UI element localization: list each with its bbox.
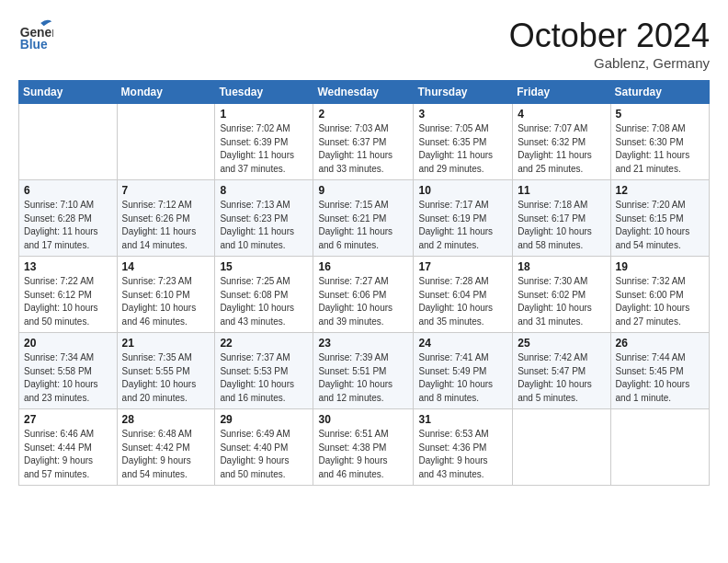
day-number: 22	[220, 337, 308, 350]
calendar-cell-w2-d2: 7Sunrise: 7:12 AM Sunset: 6:26 PM Daylig…	[117, 180, 215, 257]
col-friday: Friday	[513, 81, 610, 104]
calendar-cell-w5-d6	[513, 409, 610, 486]
day-number: 20	[24, 337, 112, 350]
day-content: Sunrise: 7:22 AM Sunset: 6:12 PM Dayligh…	[24, 275, 112, 328]
day-content: Sunrise: 7:28 AM Sunset: 6:04 PM Dayligh…	[418, 275, 507, 328]
logo: General Blue	[18, 17, 57, 52]
calendar-cell-w4-d7: 26Sunrise: 7:44 AM Sunset: 5:45 PM Dayli…	[610, 333, 709, 409]
day-number: 5	[616, 108, 704, 121]
calendar-cell-w1-d7: 5Sunrise: 7:08 AM Sunset: 6:30 PM Daylig…	[610, 104, 709, 180]
day-content: Sunrise: 6:48 AM Sunset: 4:42 PM Dayligh…	[122, 428, 210, 481]
day-number: 25	[518, 337, 605, 350]
calendar-cell-w4-d4: 23Sunrise: 7:39 AM Sunset: 5:51 PM Dayli…	[313, 333, 414, 409]
calendar-cell-w5-d3: 29Sunrise: 6:49 AM Sunset: 4:40 PM Dayli…	[215, 409, 313, 486]
day-number: 13	[24, 260, 112, 273]
day-number: 17	[418, 260, 507, 273]
title-area: October 2024 Gablenz, Germany	[509, 17, 710, 71]
day-content: Sunrise: 7:17 AM Sunset: 6:19 PM Dayligh…	[418, 199, 507, 252]
day-content: Sunrise: 7:34 AM Sunset: 5:58 PM Dayligh…	[24, 351, 112, 405]
day-content: Sunrise: 7:27 AM Sunset: 6:06 PM Dayligh…	[318, 275, 408, 328]
calendar-cell-w4-d1: 20Sunrise: 7:34 AM Sunset: 5:58 PM Dayli…	[19, 333, 118, 409]
day-content: Sunrise: 7:13 AM Sunset: 6:23 PM Dayligh…	[220, 199, 308, 252]
calendar-week-2: 6Sunrise: 7:10 AM Sunset: 6:28 PM Daylig…	[19, 180, 710, 257]
calendar-table: Sunday Monday Tuesday Wednesday Thursday…	[18, 80, 710, 486]
day-content: Sunrise: 7:23 AM Sunset: 6:10 PM Dayligh…	[122, 275, 210, 328]
calendar-cell-w3-d1: 13Sunrise: 7:22 AM Sunset: 6:12 PM Dayli…	[19, 257, 118, 333]
day-content: Sunrise: 7:35 AM Sunset: 5:55 PM Dayligh…	[122, 351, 210, 405]
day-content: Sunrise: 6:46 AM Sunset: 4:44 PM Dayligh…	[24, 428, 112, 481]
day-number: 1	[220, 108, 308, 121]
calendar-cell-w3-d2: 14Sunrise: 7:23 AM Sunset: 6:10 PM Dayli…	[117, 257, 215, 333]
col-tuesday: Tuesday	[215, 81, 313, 104]
calendar-week-5: 27Sunrise: 6:46 AM Sunset: 4:44 PM Dayli…	[19, 409, 710, 486]
day-content: Sunrise: 7:32 AM Sunset: 6:00 PM Dayligh…	[616, 275, 704, 328]
calendar-cell-w3-d7: 19Sunrise: 7:32 AM Sunset: 6:00 PM Dayli…	[610, 257, 709, 333]
day-number: 9	[318, 184, 408, 197]
day-content: Sunrise: 7:44 AM Sunset: 5:45 PM Dayligh…	[616, 351, 704, 405]
day-number: 18	[518, 260, 605, 273]
day-number: 23	[318, 337, 408, 350]
month-title: October 2024	[509, 17, 710, 55]
day-number: 4	[518, 108, 605, 121]
day-number: 14	[122, 260, 210, 273]
day-content: Sunrise: 7:15 AM Sunset: 6:21 PM Dayligh…	[318, 199, 408, 252]
svg-text:Blue: Blue	[20, 37, 48, 52]
header: General Blue October 2024 Gablenz, Germa…	[18, 17, 710, 71]
day-content: Sunrise: 6:51 AM Sunset: 4:38 PM Dayligh…	[318, 428, 408, 481]
calendar-cell-w1-d3: 1Sunrise: 7:02 AM Sunset: 6:39 PM Daylig…	[215, 104, 313, 180]
day-number: 3	[418, 108, 507, 121]
calendar-cell-w2-d3: 8Sunrise: 7:13 AM Sunset: 6:23 PM Daylig…	[215, 180, 313, 257]
day-content: Sunrise: 7:30 AM Sunset: 6:02 PM Dayligh…	[518, 275, 605, 328]
calendar-cell-w5-d4: 30Sunrise: 6:51 AM Sunset: 4:38 PM Dayli…	[313, 409, 414, 486]
day-number: 19	[616, 260, 704, 273]
day-number: 15	[220, 260, 308, 273]
calendar-cell-w5-d7	[610, 409, 709, 486]
page: General Blue October 2024 Gablenz, Germa…	[0, 0, 728, 495]
calendar-cell-w1-d5: 3Sunrise: 7:05 AM Sunset: 6:35 PM Daylig…	[414, 104, 513, 180]
logo-icon: General Blue	[18, 17, 53, 52]
day-content: Sunrise: 7:39 AM Sunset: 5:51 PM Dayligh…	[318, 351, 408, 405]
day-number: 7	[122, 184, 210, 197]
day-content: Sunrise: 7:20 AM Sunset: 6:15 PM Dayligh…	[616, 199, 704, 252]
day-content: Sunrise: 6:49 AM Sunset: 4:40 PM Dayligh…	[220, 428, 308, 481]
day-number: 6	[24, 184, 112, 197]
col-monday: Monday	[117, 81, 215, 104]
day-content: Sunrise: 7:25 AM Sunset: 6:08 PM Dayligh…	[220, 275, 308, 328]
calendar-cell-w1-d6: 4Sunrise: 7:07 AM Sunset: 6:32 PM Daylig…	[513, 104, 610, 180]
calendar-cell-w4-d2: 21Sunrise: 7:35 AM Sunset: 5:55 PM Dayli…	[117, 333, 215, 409]
calendar-week-4: 20Sunrise: 7:34 AM Sunset: 5:58 PM Dayli…	[19, 333, 710, 409]
day-number: 10	[418, 184, 507, 197]
day-content: Sunrise: 7:10 AM Sunset: 6:28 PM Dayligh…	[24, 199, 112, 252]
day-content: Sunrise: 7:37 AM Sunset: 5:53 PM Dayligh…	[220, 351, 308, 405]
calendar-cell-w3-d6: 18Sunrise: 7:30 AM Sunset: 6:02 PM Dayli…	[513, 257, 610, 333]
calendar-cell-w1-d4: 2Sunrise: 7:03 AM Sunset: 6:37 PM Daylig…	[313, 104, 414, 180]
day-content: Sunrise: 7:42 AM Sunset: 5:47 PM Dayligh…	[518, 351, 605, 405]
calendar-cell-w4-d5: 24Sunrise: 7:41 AM Sunset: 5:49 PM Dayli…	[414, 333, 513, 409]
day-number: 2	[318, 108, 408, 121]
calendar-cell-w3-d5: 17Sunrise: 7:28 AM Sunset: 6:04 PM Dayli…	[414, 257, 513, 333]
calendar-cell-w2-d5: 10Sunrise: 7:17 AM Sunset: 6:19 PM Dayli…	[414, 180, 513, 257]
calendar-week-3: 13Sunrise: 7:22 AM Sunset: 6:12 PM Dayli…	[19, 257, 710, 333]
calendar-cell-w2-d1: 6Sunrise: 7:10 AM Sunset: 6:28 PM Daylig…	[19, 180, 118, 257]
col-thursday: Thursday	[414, 81, 513, 104]
col-sunday: Sunday	[19, 81, 118, 104]
day-content: Sunrise: 7:18 AM Sunset: 6:17 PM Dayligh…	[518, 199, 605, 252]
calendar-cell-w5-d2: 28Sunrise: 6:48 AM Sunset: 4:42 PM Dayli…	[117, 409, 215, 486]
day-content: Sunrise: 7:07 AM Sunset: 6:32 PM Dayligh…	[518, 122, 605, 176]
day-content: Sunrise: 7:05 AM Sunset: 6:35 PM Dayligh…	[418, 122, 507, 176]
calendar-cell-w2-d4: 9Sunrise: 7:15 AM Sunset: 6:21 PM Daylig…	[313, 180, 414, 257]
day-number: 26	[616, 337, 704, 350]
col-saturday: Saturday	[610, 81, 709, 104]
day-number: 11	[518, 184, 605, 197]
day-number: 28	[122, 413, 210, 426]
day-number: 8	[220, 184, 308, 197]
calendar-cell-w3-d4: 16Sunrise: 7:27 AM Sunset: 6:06 PM Dayli…	[313, 257, 414, 333]
col-wednesday: Wednesday	[313, 81, 414, 104]
day-content: Sunrise: 7:41 AM Sunset: 5:49 PM Dayligh…	[418, 351, 507, 405]
location: Gablenz, Germany	[509, 55, 710, 71]
day-number: 30	[318, 413, 408, 426]
calendar-cell-w3-d3: 15Sunrise: 7:25 AM Sunset: 6:08 PM Dayli…	[215, 257, 313, 333]
day-number: 31	[418, 413, 507, 426]
day-content: Sunrise: 7:08 AM Sunset: 6:30 PM Dayligh…	[616, 122, 704, 176]
day-number: 27	[24, 413, 112, 426]
